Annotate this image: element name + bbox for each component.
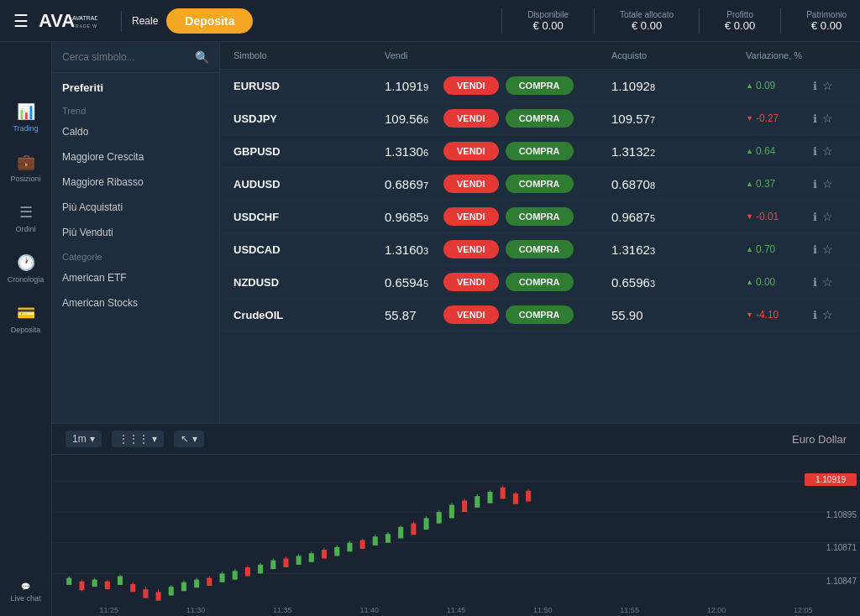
symbol-name: USDCAD [233, 243, 385, 256]
buy-button[interactable]: COMPRA [506, 240, 574, 258]
info-icon[interactable]: ℹ [813, 112, 817, 125]
live-chat-button[interactable]: 💬 Live chat [10, 572, 40, 616]
action-buttons: VENDI COMPRA [443, 305, 611, 324]
sell-button[interactable]: VENDI [443, 76, 499, 95]
info-icon[interactable]: ℹ [813, 211, 817, 223]
sell-price: 0.65945 [385, 275, 443, 290]
menu-item-maggiore-ribasso[interactable]: Maggiore Ribasso [52, 170, 219, 195]
deposita-icon: 💳 [17, 304, 35, 322]
symbol-name: USDCHF [233, 211, 385, 223]
stat-divider-3 [699, 8, 700, 34]
sell-button[interactable]: VENDI [443, 109, 499, 128]
row-actions: ℹ ☆ [813, 210, 847, 223]
timeframe-selector[interactable]: 1m ▾ [66, 431, 102, 447]
sidebar-item-trading[interactable]: 📊 Trading [0, 92, 51, 143]
sell-button[interactable]: VENDI [443, 207, 499, 226]
svg-rect-16 [118, 576, 123, 584]
search-box: 🔍 [52, 42, 219, 73]
posizioni-icon: 💼 [17, 153, 35, 171]
mode-badge: Reale [132, 15, 158, 27]
svg-rect-28 [194, 580, 199, 587]
svg-rect-66 [437, 512, 442, 524]
star-icon[interactable]: ☆ [822, 144, 833, 158]
sidebar-nav: 📊 Trading 💼 Posizioni ☰ Ordini 🕐 Cronolo… [0, 42, 52, 616]
info-icon[interactable]: ℹ [813, 80, 817, 92]
table-header: Simbolo Vendi Acquisto Variazione, % [220, 42, 860, 70]
stat-divider-1 [501, 8, 502, 34]
buy-button[interactable]: COMPRA [506, 273, 574, 291]
svg-rect-76 [501, 488, 506, 499]
menu-item-maggiore-crescita[interactable]: Maggiore Crescita [52, 144, 219, 170]
star-icon[interactable]: ☆ [822, 79, 833, 92]
menu-item-caldo[interactable]: Caldo [52, 119, 219, 144]
symbol-name: AUDUSD [233, 178, 385, 191]
table-body: EURUSD 1.10919 VENDI COMPRA 1.10928 ▲0.0… [220, 70, 860, 331]
search-input[interactable] [62, 51, 195, 63]
menu-icon[interactable]: ☰ [13, 11, 29, 31]
ordini-icon: ☰ [19, 203, 33, 222]
svg-rect-50 [334, 547, 339, 556]
star-icon[interactable]: ☆ [822, 210, 833, 223]
sell-button[interactable]: VENDI [443, 175, 499, 193]
svg-rect-30 [207, 578, 212, 586]
info-icon[interactable]: ℹ [813, 145, 817, 158]
stat-patrimonio: Patrimonio € 0.00 [806, 10, 847, 32]
svg-rect-26 [181, 582, 186, 591]
table-row: NZDUSD 0.65945 VENDI COMPRA 0.65963 ▲0.0… [220, 266, 860, 299]
menu-item-piu-acquistati[interactable]: Più Acquistati [52, 195, 219, 220]
info-icon[interactable]: ℹ [813, 243, 817, 256]
svg-rect-62 [411, 524, 416, 535]
section-subtitle-trend: Trend [52, 99, 219, 119]
cursor-selector[interactable]: ↖ ▾ [174, 431, 204, 447]
chart-type-selector[interactable]: ⋮⋮⋮ ▾ [112, 431, 164, 447]
svg-rect-78 [513, 493, 518, 504]
info-icon[interactable]: ℹ [813, 309, 817, 321]
svg-rect-72 [475, 496, 480, 508]
star-icon[interactable]: ☆ [822, 275, 833, 289]
logo: AVA AVATRADE TRADE WITH CONFIDENCE [39, 8, 97, 34]
svg-text:AVA: AVA [39, 10, 75, 31]
sell-button[interactable]: VENDI [443, 305, 499, 324]
star-icon[interactable]: ☆ [822, 112, 833, 125]
sidebar-item-posizioni[interactable]: 💼 Posizioni [0, 143, 51, 193]
info-icon[interactable]: ℹ [813, 178, 817, 191]
sell-button[interactable]: VENDI [443, 273, 499, 291]
star-icon[interactable]: ☆ [822, 243, 833, 256]
sidebar-item-deposita[interactable]: 💳 Deposita [0, 294, 51, 344]
sidebar-item-ordini[interactable]: ☰ Ordini [0, 193, 51, 243]
buy-button[interactable]: COMPRA [506, 142, 574, 160]
buy-button[interactable]: COMPRA [506, 175, 574, 193]
table-row: USDCAD 1.31603 VENDI COMPRA 1.31623 ▲0.7… [220, 233, 860, 266]
row-actions: ℹ ☆ [813, 177, 847, 191]
buy-button[interactable]: COMPRA [506, 109, 574, 128]
svg-rect-36 [245, 567, 250, 576]
sell-button[interactable]: VENDI [443, 142, 499, 160]
table-row: EURUSD 1.10919 VENDI COMPRA 1.10928 ▲0.0… [220, 70, 860, 102]
variation: ▲0.00 [746, 276, 813, 288]
svg-rect-56 [373, 536, 378, 545]
buy-button[interactable]: COMPRA [506, 76, 574, 95]
price-level-1: 1.10895 [805, 510, 857, 519]
buy-button[interactable]: COMPRA [506, 305, 574, 324]
menu-item-american-stocks[interactable]: American Stocks [52, 290, 219, 316]
menu-item-american-etf[interactable]: American ETF [52, 265, 219, 290]
variation: ▲0.70 [746, 243, 813, 255]
star-icon[interactable]: ☆ [822, 308, 833, 321]
sell-button[interactable]: VENDI [443, 240, 499, 258]
buy-button[interactable]: COMPRA [506, 207, 574, 226]
info-icon[interactable]: ℹ [813, 276, 817, 289]
trading-icon: 📊 [17, 102, 35, 121]
table-row: USDJPY 109.566 VENDI COMPRA 109.577 ▼-0.… [220, 102, 860, 135]
svg-rect-22 [156, 592, 161, 600]
row-actions: ℹ ☆ [813, 243, 847, 256]
table-row: AUDUSD 0.68697 VENDI COMPRA 0.68708 ▲0.3… [220, 168, 860, 201]
buy-price: 0.68708 [611, 177, 746, 191]
sidebar-item-cronologia[interactable]: 🕐 Cronologia [0, 243, 51, 294]
chevron-down-icon-3: ▾ [192, 433, 197, 445]
svg-rect-20 [143, 589, 148, 598]
menu-item-piu-venduti[interactable]: Più Venduti [52, 220, 219, 245]
svg-rect-70 [462, 500, 467, 512]
sell-price: 109.566 [385, 112, 443, 126]
star-icon[interactable]: ☆ [822, 177, 833, 191]
deposit-button[interactable]: Deposita [166, 8, 253, 34]
